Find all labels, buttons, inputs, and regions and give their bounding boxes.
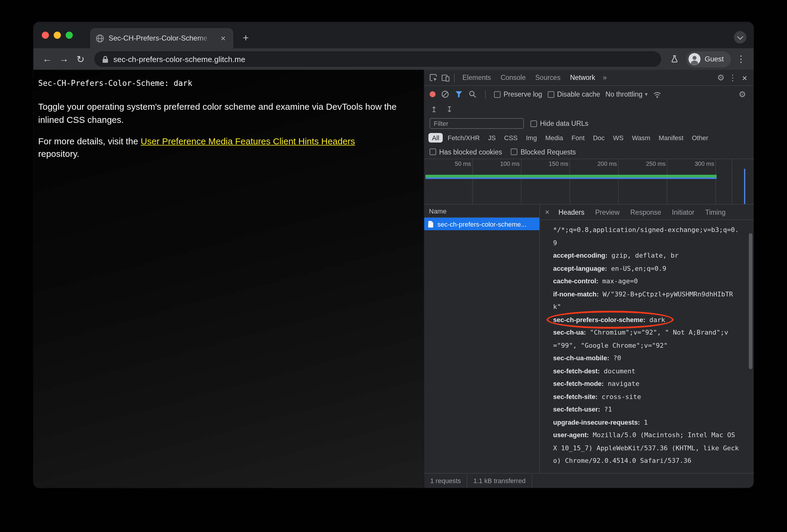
devtools-panel-tab[interactable]: Network	[565, 69, 600, 86]
export-har-icon[interactable]: ↧	[446, 105, 453, 114]
window-minimize-button[interactable]	[54, 31, 61, 39]
devtools-menu-icon[interactable]: ⋮	[727, 71, 739, 84]
reload-button[interactable]: ↻	[73, 51, 88, 67]
device-toolbar-icon[interactable]	[439, 71, 451, 84]
client-hints-repo-link[interactable]: User Preference Media Features Client Hi…	[141, 136, 355, 146]
checkbox[interactable]	[511, 149, 517, 155]
resource-filter-chip[interactable]: Fetch/XHR	[444, 133, 483, 142]
globe-favicon-icon	[95, 34, 104, 43]
timeline-label: 200 ms	[570, 159, 619, 169]
blocked-filter-checkbox[interactable]: Blocked Requests	[511, 148, 576, 155]
header-name: upgrade-insecure-requests:	[553, 418, 640, 425]
checkbox[interactable]	[530, 120, 537, 127]
details-tab[interactable]: Headers	[553, 204, 590, 220]
window-zoom-button[interactable]	[66, 31, 73, 39]
checkbox-label: Hide data URLs	[540, 120, 588, 127]
header-value: "Chromium";v="92", " Not A;Brand";v	[586, 329, 728, 336]
network-conditions-icon[interactable]	[653, 90, 662, 98]
details-tab[interactable]: Preview	[590, 204, 625, 220]
resource-filter-chip[interactable]: Wasm	[628, 133, 654, 142]
new-tab-button[interactable]: +	[238, 30, 254, 46]
details-tab[interactable]: Response	[625, 204, 667, 220]
blocked-filter-checkbox[interactable]: Has blocked cookies	[430, 148, 502, 155]
browser-window: Sec-CH-Prefers-Color-Scheme × + ← → ↻	[34, 22, 753, 488]
forward-button[interactable]: →	[56, 51, 71, 67]
browser-tab[interactable]: Sec-CH-Prefers-Color-Scheme ×	[90, 28, 233, 48]
filter-funnel-icon[interactable]	[455, 90, 463, 98]
header-value: o) Chrome/92.0.4514.0 Safari/537.36	[553, 457, 692, 465]
devtools-panel-tab[interactable]: Elements	[458, 69, 496, 86]
request-row[interactable]: sec-ch-prefers-color-scheme...	[424, 218, 539, 230]
search-icon[interactable]	[468, 90, 477, 98]
tab-strip: Sec-CH-Prefers-Color-Scheme × +	[34, 22, 753, 48]
url-input[interactable]	[113, 54, 653, 64]
header-value: cross-site	[598, 393, 641, 400]
request-name: sec-ch-prefers-color-scheme...	[438, 220, 526, 227]
network-settings-gear-icon[interactable]: ⚙	[736, 88, 748, 100]
browser-menu-icon[interactable]: ⋮	[735, 54, 748, 64]
details-tab[interactable]: Initiator	[666, 204, 700, 220]
details-tab[interactable]: Timing	[700, 204, 731, 220]
header-name: sec-ch-prefers-color-scheme:	[553, 316, 645, 323]
devtools-panel-tab[interactable]: Console	[496, 69, 530, 86]
resource-filter-chip[interactable]: CSS	[501, 133, 521, 142]
header-value: max-age=0	[598, 277, 638, 285]
resource-filter-chip[interactable]: WS	[610, 133, 627, 142]
header-value: X 10_15_7) AppleWebKit/537.36 (KHTML, li…	[553, 444, 739, 452]
window-close-button[interactable]	[42, 31, 49, 39]
header-name: if-none-match:	[553, 290, 599, 297]
network-filter-input[interactable]	[430, 118, 524, 129]
resource-filter-chip[interactable]: Media	[542, 133, 567, 142]
lock-icon[interactable]	[102, 55, 109, 63]
resource-filter-chip[interactable]: All	[428, 133, 443, 142]
header-value: ?0	[609, 354, 621, 362]
import-har-icon[interactable]: ↥	[431, 105, 438, 114]
browser-toolbar: ← → ↻ Guest ⋮	[34, 48, 753, 70]
close-details-icon[interactable]: ×	[541, 207, 553, 217]
header-value: ?1	[600, 405, 612, 413]
address-bar[interactable]	[94, 51, 661, 67]
header-line: sec-fetch-user: ?1	[553, 403, 745, 416]
hide-data-urls-checkbox[interactable]: Hide data URLs	[530, 120, 588, 127]
har-toolbar: ↥ ↧	[424, 103, 753, 116]
checkbox-label: Blocked Requests	[520, 148, 576, 155]
chevron-down-icon	[737, 34, 743, 39]
devtools-settings-gear-icon[interactable]: ⚙	[715, 71, 727, 84]
devtools-close-icon[interactable]: ×	[739, 71, 751, 84]
resource-filter-chip[interactable]: Doc	[590, 133, 608, 142]
checkbox[interactable]	[430, 149, 436, 155]
disable-cache-checkbox[interactable]: Disable cache	[548, 91, 600, 98]
header-value: Mozilla/5.0 (Macintosh; Intel Mac OS	[589, 431, 735, 439]
resource-filter-chip[interactable]: Img	[523, 133, 540, 142]
devtools-panel-tab[interactable]: Sources	[530, 69, 565, 86]
scrollbar-thumb[interactable]	[749, 233, 752, 369]
header-value: dark	[645, 316, 665, 324]
devtools-tab-bar: Elements Console Sources Network » ⚙ ⋮ ×	[424, 70, 753, 86]
clear-network-log-icon[interactable]	[441, 90, 449, 98]
network-overview-timeline[interactable]: 50 ms 100 ms 150 ms 200 ms 250 ms 300 ms	[424, 159, 753, 204]
name-column-header[interactable]: Name	[424, 204, 539, 218]
header-value: 9	[553, 239, 557, 247]
profile-button[interactable]: Guest	[686, 51, 731, 67]
resource-filter-chip[interactable]: Manifest	[655, 133, 687, 142]
back-button[interactable]: ←	[39, 51, 55, 67]
paragraph-text: repository.	[38, 149, 79, 159]
record-network-log-icon[interactable]	[430, 91, 435, 97]
timeline-label: 150 ms	[522, 159, 570, 169]
extension-flask-icon[interactable]	[667, 51, 683, 67]
checkbox[interactable]	[548, 91, 554, 97]
tab-close-icon[interactable]: ×	[218, 34, 228, 42]
tab-search-button[interactable]	[734, 31, 746, 44]
preserve-log-checkbox[interactable]: Preserve log	[494, 91, 542, 98]
inspect-element-icon[interactable]	[427, 71, 439, 84]
checkbox[interactable]	[494, 91, 501, 97]
resource-type-filters: All Fetch/XHR JS CSS Img Media Font Doc	[424, 131, 753, 145]
resource-filter-chip[interactable]: JS	[485, 133, 499, 142]
header-name: accept-language:	[553, 265, 607, 272]
more-tabs-icon[interactable]: »	[600, 69, 610, 86]
throttling-dropdown[interactable]: No throttling ▾	[605, 91, 648, 98]
resource-filter-chip[interactable]: Other	[688, 133, 712, 142]
page-content: Sec-CH-Prefers-Color-Scheme: dark Toggle…	[34, 70, 424, 488]
resource-filter-chip[interactable]: Font	[568, 133, 588, 142]
header-line: o) Chrome/92.0.4514.0 Safari/537.36	[553, 455, 745, 467]
